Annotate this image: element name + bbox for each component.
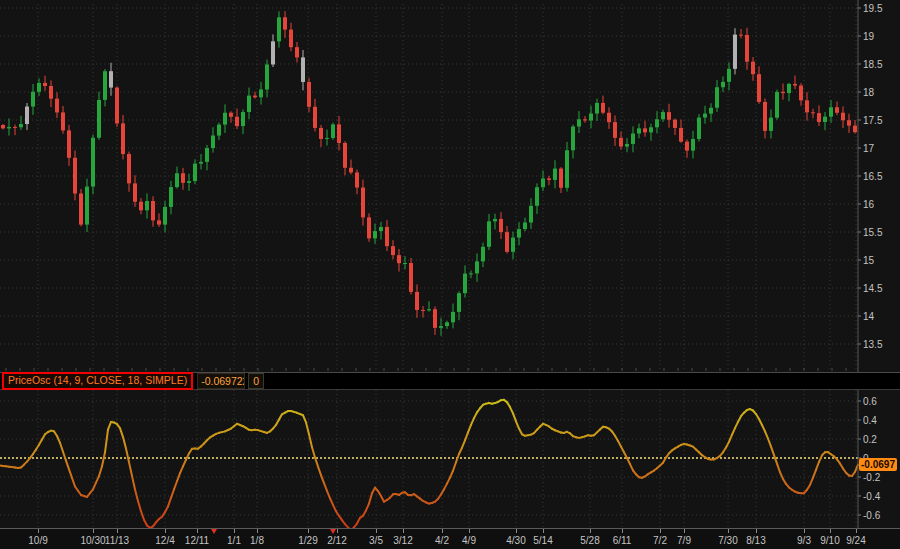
candle-body (223, 113, 227, 125)
candle-body (241, 112, 245, 126)
candle-body (187, 181, 191, 183)
candle-body (403, 263, 407, 264)
date-label: 1/8 (250, 535, 264, 546)
date-tick (660, 529, 661, 533)
candle-body (313, 107, 317, 128)
date-tick (804, 529, 805, 533)
date-tick (197, 529, 198, 533)
candle-body (127, 154, 131, 183)
candle-body (445, 322, 449, 326)
oscillator-value-badge: -0.0697 (859, 458, 897, 471)
candle-body (49, 86, 53, 99)
price-axis-label: 16 (863, 199, 875, 210)
candle-body (337, 124, 341, 143)
candle-body (685, 142, 689, 151)
date-tick (403, 529, 404, 533)
candle-body (781, 92, 785, 93)
candle-body (583, 119, 587, 120)
candle-body (595, 103, 599, 114)
candle-body (745, 35, 749, 62)
candle-body (199, 162, 203, 164)
price-axis-label: 19.5 (863, 3, 883, 14)
candle-body (589, 114, 593, 121)
oscillator-panel[interactable]: 0.60.40.20-0.2-0.4-0.6 (0, 390, 900, 528)
date-axis[interactable]: 10/910/3011/1312/412/111/11/81/292/123/5… (0, 528, 900, 549)
date-label: 10/9 (28, 535, 47, 546)
candle-body (397, 255, 401, 263)
date-label: 12/4 (155, 535, 174, 546)
candle-body (529, 206, 533, 223)
candle-body (103, 71, 107, 100)
price-axis-label: 14 (863, 311, 875, 322)
date-label: 4/30 (506, 535, 525, 546)
candle-body (97, 100, 101, 138)
candle-body (487, 221, 491, 246)
date-label: 5/14 (533, 535, 552, 546)
candle-body (691, 139, 695, 151)
date-tick (93, 529, 94, 533)
candle-body (469, 273, 473, 274)
candle-body (421, 310, 425, 311)
date-tick (376, 529, 377, 533)
priceosc-value-box: -0.0697222 (197, 373, 245, 389)
candle-body (1, 125, 5, 128)
candle-body (625, 144, 629, 147)
event-marker-icon[interactable] (211, 529, 217, 534)
candle-body (307, 82, 311, 107)
candle-body (91, 138, 95, 187)
date-label: 1/29 (298, 535, 317, 546)
date-tick (830, 529, 831, 533)
candle-body (325, 138, 329, 139)
candle-body (775, 92, 779, 118)
candle-body (427, 309, 431, 310)
event-marker-icon[interactable] (330, 529, 336, 534)
candle-body (343, 143, 347, 168)
date-label: 7/2 (653, 535, 667, 546)
candle-body (217, 125, 221, 136)
candle-body (55, 99, 59, 113)
candle-body (109, 71, 113, 87)
candle-body (115, 88, 119, 124)
candle-body (631, 134, 635, 144)
candle-body (31, 92, 35, 107)
candle-body (139, 202, 143, 211)
candle-body (505, 232, 509, 252)
candle-body (805, 100, 809, 112)
date-tick (684, 529, 685, 533)
price-axis-label: 16.5 (863, 171, 883, 182)
candle-body (607, 113, 611, 122)
oscillator-axis-label: -0.2 (863, 472, 881, 483)
priceosc-label-box[interactable]: PriceOsc (14, 9, CLOSE, 18, SIMPLE) (2, 372, 193, 390)
candle-body (763, 102, 767, 131)
oscillator-axis-label: -0.6 (863, 510, 881, 521)
candle-body (727, 69, 731, 82)
candle-body (853, 126, 857, 133)
candle-body (331, 124, 335, 138)
candle-body (259, 90, 263, 98)
candle-body (415, 292, 419, 310)
candle-body (409, 263, 413, 292)
candle-body (19, 124, 23, 127)
candle-body (799, 86, 803, 101)
oscillator-axis-label: 0.6 (863, 396, 877, 407)
date-label: 8/13 (746, 535, 765, 546)
candle-body (67, 130, 71, 157)
candle-body (661, 112, 665, 119)
candle-body (655, 119, 659, 127)
candle-body (757, 74, 761, 102)
candle-body (121, 123, 125, 154)
candle-body (637, 128, 641, 133)
candle-body (163, 207, 167, 225)
candle-body (463, 274, 467, 294)
candle-body (841, 113, 845, 120)
candle-body (193, 164, 197, 181)
candle-body (361, 188, 365, 218)
price-panel[interactable]: 19.51918.51817.51716.51615.51514.51413.5 (0, 0, 900, 372)
date-tick (442, 529, 443, 533)
price-axis[interactable]: 19.51918.51817.51716.51615.51514.51413.5 (858, 0, 883, 372)
oscillator-axis-label: 0.2 (863, 434, 877, 445)
priceosc-line (0, 400, 858, 528)
candle-body (349, 168, 353, 173)
candle-body (847, 120, 851, 125)
candle-body (769, 118, 773, 131)
